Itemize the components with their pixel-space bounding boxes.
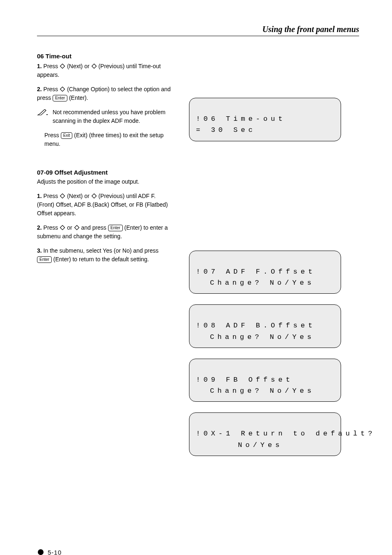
lcd-adf-back: !08 ADF B.Offset Change? No/Yes [189, 304, 341, 348]
step-number: 1. [37, 63, 42, 69]
step-number: 3. [37, 247, 42, 254]
lcd-line: Change? No/Yes [196, 387, 315, 395]
lcd-line: No/Yes [196, 441, 283, 449]
step-number: 2. [37, 86, 42, 92]
lcd-adf-front: !07 ADF F.Offset Change? No/Yes [189, 251, 341, 294]
diamond-next-icon [60, 63, 65, 69]
step-text: (Next) or [65, 63, 91, 69]
lcd-line: !06 Time-out [196, 115, 286, 123]
lcd-line: Change? No/Yes [196, 333, 315, 341]
lcd-fb-offset: !09 FB Offset Change? No/Yes [189, 359, 341, 402]
enter-key: Enter [108, 225, 123, 231]
page-header-title: Using the front panel menus [37, 25, 359, 34]
step-text: (Enter). [67, 94, 88, 101]
svg-marker-5 [92, 194, 96, 198]
diamond-prev-icon [91, 63, 97, 69]
step-number: 2. [37, 224, 42, 231]
section-offset-desc: Adjusts the position of the image output… [37, 177, 173, 186]
section-offset-title: 07-09 Offset Adjustment [37, 169, 173, 176]
diamond-prev-icon [91, 193, 97, 198]
svg-marker-2 [60, 87, 65, 92]
lcd-return-default: !0X-1 Return to default? No/Yes [189, 412, 341, 456]
lcd-line: Change? No/Yes [196, 279, 315, 287]
lcd-timeout: !06 Time-out = 30 Sec [189, 98, 341, 141]
svg-marker-7 [74, 226, 79, 230]
note-pencil-icon [37, 109, 48, 116]
lcd-line: !08 ADF B.Offset [196, 322, 316, 329]
enter-key: Enter [53, 95, 67, 101]
lcd-line: = 30 Sec [196, 126, 256, 134]
diamond-icon [74, 224, 80, 230]
diamond-change-icon [60, 86, 65, 92]
svg-marker-4 [60, 194, 65, 198]
diamond-icon [60, 224, 65, 230]
page-number: 5-10 [48, 549, 62, 555]
step-text: (Next) or [65, 193, 91, 199]
section-timeout-title: 06 Time-out [37, 53, 173, 60]
lcd-line: !0X-1 Return to default? [196, 430, 376, 438]
svg-marker-1 [92, 64, 96, 69]
note-text: Not recommended unless you have problem … [53, 108, 173, 125]
step-text: (Enter) to return to the default setting… [52, 256, 149, 263]
exit-key: Exit [61, 132, 73, 139]
enter-key: Enter [37, 256, 52, 263]
lcd-line: !07 ADF F.Offset [196, 268, 316, 276]
step-text: Press [44, 63, 60, 69]
step-text: or [65, 224, 74, 231]
step-text: and press [80, 224, 108, 231]
step-text: Press [44, 193, 60, 199]
diamond-next-icon [60, 193, 65, 198]
svg-marker-0 [60, 64, 65, 69]
footer-bullet-icon [38, 549, 44, 555]
step-text: Press [44, 224, 60, 231]
step-text: Press [44, 86, 60, 92]
step-number: 1. [37, 193, 42, 199]
lcd-line: !09 FB Offset [196, 376, 293, 384]
header-rule [37, 36, 359, 36]
svg-marker-6 [60, 226, 65, 230]
step-text: In the submenu, select Yes (or No) and p… [44, 247, 159, 254]
exit-text: Press [44, 132, 61, 138]
